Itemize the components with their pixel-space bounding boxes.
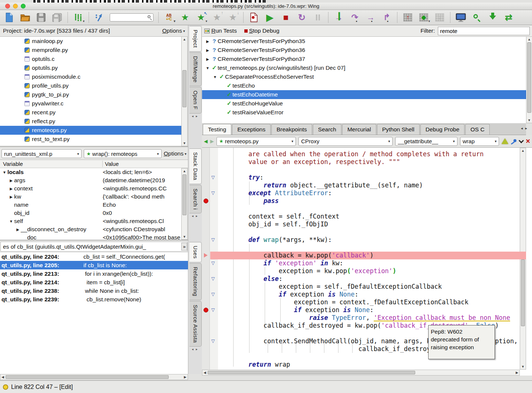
save-all-icon[interactable] [52,12,63,23]
stop-icon[interactable]: ■ [280,12,291,23]
code-line[interactable]: context = self._fContext [218,213,526,220]
test-tree-scrollbar[interactable]: ▲▼ [526,36,532,123]
run-icon[interactable]: ▶ [264,12,275,23]
code-line[interactable]: callback = kw.pop('callback') [218,252,526,259]
project-file-pygtk-to-pi-py[interactable]: pygtk_to_pi.py [0,90,181,99]
breakpoint-icon[interactable] [204,199,208,203]
expander-icon[interactable]: ▶ [8,187,14,191]
restart-debug-icon[interactable]: ↻ [296,12,307,23]
variable-row-args[interactable]: ▶args(datetime.datetime(2019 [0,176,181,184]
project-file-memprofile-py[interactable]: memprofile.py [0,46,181,55]
variable-row-name[interactable]: nameEcho [0,201,181,209]
function-selector[interactable]: wrap▾ [460,137,499,146]
side-tab-search-i[interactable]: Search i [189,185,202,213]
method-selector[interactable]: __getattribute__▾ [395,137,457,146]
uses-row[interactable]: qt_utils.py, line 2214: item = cb_list[i… [0,278,188,286]
run-tests-button[interactable]: Run Tests [204,27,237,34]
test-tree-row-testraisevalueerror[interactable]: ✓testRaiseValueError [202,108,526,117]
uses-header-field[interactable]: es of cb_list (guiutils.qt_utils.QtWidge… [0,242,188,252]
code-line[interactable]: are called when the operation / method c… [218,150,526,158]
replace-icon[interactable]: A̲B̲↩C▾ [163,12,175,23]
expander-icon[interactable]: ▼ [204,66,211,70]
stop-debug-button[interactable]: Stop Debug [244,27,280,34]
side-tab-project[interactable]: Project [189,26,202,52]
editor-horizontal-scrollbar[interactable]: ◀▶ [202,370,520,376]
code-line[interactable]: if 'exception' in kw: [218,259,526,267]
debug-console-icon[interactable] [455,12,466,23]
expander-icon[interactable]: ▼ [8,219,14,223]
test-tree-row-cseparateprocessechoservertest[interactable]: ▼✓CSeparateProcessEchoServerTest [202,72,526,81]
test-tree-row-testecho[interactable]: ✓testEcho [202,81,526,90]
fold-marker[interactable]: ▽ [211,261,215,266]
filter-input[interactable] [438,27,530,35]
fold-marker[interactable]: ▽ [211,307,215,312]
collapse-icon[interactable] [487,12,498,23]
test-tree-row-test-remoteops-py[interactable]: ▼✓test_remoteops.py (src/wingutils/test)… [202,63,526,72]
fold-marker[interactable]: ▽ [211,190,215,196]
project-file-rest-to-text-py[interactable]: rest_to_text.py [0,135,181,144]
side-tab-source-assista[interactable]: Source Assista [189,301,202,347]
tab-overflow-arrows[interactable]: ◂ ▸ [188,214,202,218]
scope-selector[interactable]: ★wrap(): remoteops▾ [84,149,161,158]
tab-search[interactable]: Search [313,124,341,135]
code-editor[interactable]: ▽▽▽▽▽▽▽▽ are called when the operation /… [202,148,532,376]
test-tree-row-cremoteservertestsforpython37[interactable]: ▶?CRemoteServerTestsForPython37 [202,55,526,63]
profiler-icon[interactable]: ▾ [73,12,84,23]
new-breakpoint-icon[interactable]: ◆▾ [418,12,429,23]
goto-bookmark-icon[interactable]: ★↖▾ [195,12,206,23]
step-out-to-icon[interactable]: →▪ [365,12,376,23]
chevron-down-icon[interactable] [519,138,524,143]
class-selector[interactable]: CProxy▾ [298,137,393,146]
test-tree-row-testechohugevalue[interactable]: ✓testEchoHugeValue [202,99,526,108]
navigate-forward-icon[interactable]: ▶ [210,138,214,144]
refresh-icon[interactable]: ⇄ [503,12,514,23]
project-file-reflect-py[interactable]: reflect.py [0,117,181,126]
code-line[interactable]: exception = kw.pop('exception') [218,267,526,275]
project-file-posixmiscmodule-c[interactable]: posixmiscmodule.c [0,72,181,81]
tab-mercurial[interactable]: Mercurial [342,124,376,135]
variable-row-obj-id[interactable]: obj_id0x0 [0,209,181,217]
step-out-icon[interactable]: ↱▪ [381,12,392,23]
project-file-pyvalwriter-c[interactable]: pyvalwriter.c [0,99,181,108]
project-file-recent-py[interactable]: recent.py [0,108,181,117]
uses-row[interactable]: qt_utils.py, line 2239: cb_list.remove(N… [0,295,188,304]
column-variable[interactable]: Variable [0,161,103,167]
variable-row-doc[interactable]: __doc__<0x1095caf00>The most base type [0,233,181,240]
variable-row-disconnect-on-destroy[interactable]: ▶__disconnect_on_destroy<cyfunction CDes… [0,225,181,233]
fold-marker[interactable]: ▽ [211,237,215,242]
variable-row-kw[interactable]: ▶kw{'callback': <bound meth [0,193,181,201]
uses-row[interactable]: qt_utils.py, line 2204:cb_list = self._f… [0,252,188,261]
fold-marker[interactable]: ▽ [211,175,215,180]
project-file-profile-utils-py[interactable]: profile_utils.py [0,81,181,90]
tab-overflow-arrows[interactable]: ◂ ▸ [188,347,202,351]
side-tab-diff-merge[interactable]: Diff/Merge [189,52,202,86]
tab-debug-probe[interactable]: Debug Probe [420,124,465,135]
expander-icon[interactable]: ▼ [212,75,218,79]
variable-row-context[interactable]: ▶context<wingutils.remoteops.CC [0,184,181,193]
code-line[interactable]: exception = self._fDefaultExceptionCallb… [218,283,526,291]
previous-bookmark-icon[interactable]: ★↑ [211,12,222,23]
code-line[interactable]: value or an exception, respectively. """ [218,158,526,166]
tab-exceptions[interactable]: Exceptions [232,124,271,135]
close-editor-icon[interactable]: × [526,137,530,145]
code-line[interactable]: if exception is None: [218,291,526,298]
code-line[interactable]: pass [218,197,526,205]
project-file-remoteops-py[interactable]: remoteops.py [0,126,181,135]
test-tree-row-cremoteservertestsforpython35[interactable]: ▶?CRemoteServerTestsForPython35 [202,37,526,46]
debug-search-icon[interactable] [471,12,482,23]
code-line[interactable] [218,244,526,252]
column-value[interactable]: Value [103,161,119,167]
code-line[interactable]: else: [218,275,526,283]
frame-selector[interactable]: run_unittests_xml.p▾ [1,149,82,158]
code-line[interactable]: raise TypeError, 'Exception callback mus… [218,314,526,322]
code-line[interactable]: if exception is None: [218,306,526,314]
project-file-mainloop-py[interactable]: mainloop.py [0,37,181,46]
warning-icon[interactable] [502,138,508,144]
step-into-icon[interactable]: →▎ [333,12,344,23]
side-tab-open-f[interactable]: Open F [189,87,202,113]
debug-file-icon[interactable] [248,12,260,23]
expander-icon[interactable]: ▶ [204,48,211,52]
tab-testing[interactable]: Testing [203,124,231,135]
expander-icon[interactable]: ▶ [8,179,14,183]
goto-selection-icon[interactable] [94,12,105,23]
